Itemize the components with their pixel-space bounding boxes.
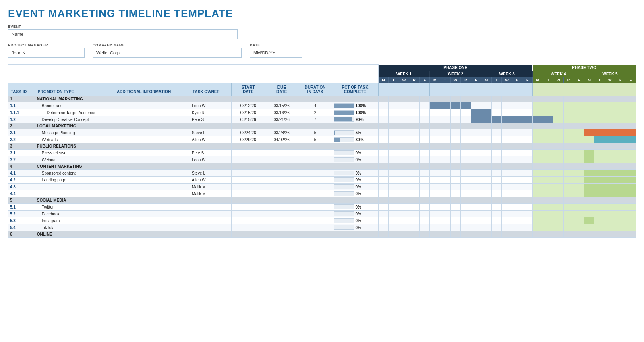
cell-day-5[interactable] [419,96,430,102]
cell-day-19[interactable] [563,211,574,217]
cell-day-17[interactable] [543,211,553,217]
cell-task-id[interactable]: 3.2 [8,156,35,163]
cell-pct-complete[interactable]: 0% [332,184,378,190]
cell-day-11[interactable] [481,136,492,143]
cell-day-1[interactable] [378,177,389,184]
cell-task-id[interactable]: 1.1 [8,102,35,109]
cell-day-13[interactable] [502,143,512,150]
cell-day-10[interactable] [471,129,481,136]
cell-day-15[interactable] [522,102,533,109]
cell-pct-complete[interactable]: 0% [332,211,378,217]
cell-day-2[interactable] [389,136,399,143]
cell-day-19[interactable] [563,170,574,177]
cell-promotion-type[interactable]: ONLINE [35,231,114,238]
cell-pct-complete[interactable] [332,96,378,102]
cell-day-8[interactable] [450,231,461,238]
cell-day-18[interactable] [553,190,564,197]
cell-task-owner[interactable]: Leon W [190,102,232,109]
cell-task-owner[interactable] [190,163,232,170]
cell-day-9[interactable] [461,217,471,224]
cell-day-6[interactable] [430,96,440,102]
cell-day-21[interactable] [584,96,594,102]
cell-day-7[interactable] [440,204,450,211]
cell-day-14[interactable] [512,109,522,116]
cell-day-25[interactable] [625,163,636,170]
cell-pct-complete[interactable] [332,123,378,129]
cell-day-8[interactable] [450,217,461,224]
cell-due-date[interactable] [265,123,298,129]
cell-day-8[interactable] [450,204,461,211]
cell-day-5[interactable] [419,143,430,150]
cell-pct-complete[interactable]: 0% [332,156,378,163]
cell-pct-complete[interactable]: 0% [332,204,378,211]
cell-day-7[interactable] [440,224,450,231]
cell-day-2[interactable] [389,170,399,177]
cell-day-18[interactable] [553,102,564,109]
cell-day-9[interactable] [461,197,471,204]
cell-day-4[interactable] [409,170,420,177]
cell-day-11[interactable] [481,204,492,211]
cell-day-4[interactable] [409,184,420,190]
cell-day-6[interactable] [430,163,440,170]
cell-day-10[interactable] [471,143,481,150]
cell-add-info[interactable] [114,156,190,163]
cell-day-2[interactable] [389,177,399,184]
cell-due-date[interactable] [265,177,298,184]
cell-day-11[interactable] [481,170,492,177]
cell-day-1[interactable] [378,163,389,170]
cell-day-7[interactable] [440,102,450,109]
cell-day-4[interactable] [409,190,420,197]
cell-day-21[interactable] [584,129,594,136]
cell-day-20[interactable] [574,102,584,109]
cell-day-18[interactable] [553,136,564,143]
cell-day-9[interactable] [461,102,471,109]
cell-day-12[interactable] [491,177,502,184]
cell-day-2[interactable] [389,150,399,156]
cell-day-12[interactable] [491,184,502,190]
cell-task-owner[interactable] [190,197,232,204]
cell-day-3[interactable] [399,217,409,224]
cell-day-3[interactable] [399,123,409,129]
cell-day-20[interactable] [574,129,584,136]
cell-day-17[interactable] [543,116,553,123]
cell-day-17[interactable] [543,177,553,184]
cell-day-6[interactable] [430,123,440,129]
cell-day-7[interactable] [440,163,450,170]
cell-task-id[interactable]: 5.4 [8,224,35,231]
cell-day-10[interactable] [471,123,481,129]
cell-start-date[interactable]: 03/15/26 [232,116,265,123]
cell-day-2[interactable] [389,156,399,163]
cell-day-15[interactable] [522,170,533,177]
cell-due-date[interactable] [265,204,298,211]
cell-add-info[interactable] [114,177,190,184]
cell-day-16[interactable] [533,129,543,136]
cell-day-8[interactable] [450,129,461,136]
cell-day-4[interactable] [409,156,420,163]
cell-start-date[interactable]: 03/24/26 [232,129,265,136]
cell-day-23[interactable] [605,231,615,238]
cell-task-owner[interactable]: Allen W [190,177,232,184]
cell-day-9[interactable] [461,109,471,116]
cell-start-date[interactable]: 03/29/26 [232,136,265,143]
cell-day-21[interactable] [584,143,594,150]
cell-day-13[interactable] [502,109,512,116]
cell-day-15[interactable] [522,150,533,156]
cell-due-date[interactable]: 04/02/26 [265,136,298,143]
cell-day-16[interactable] [533,116,543,123]
cell-day-11[interactable] [481,143,492,150]
cell-day-13[interactable] [502,211,512,217]
cell-day-20[interactable] [574,116,584,123]
cell-day-23[interactable] [605,123,615,129]
cell-duration[interactable] [298,211,332,217]
cell-day-8[interactable] [450,102,461,109]
cell-day-9[interactable] [461,204,471,211]
cell-pct-complete[interactable]: 100% [332,109,378,116]
cell-day-16[interactable] [533,96,543,102]
cell-day-5[interactable] [419,156,430,163]
cell-add-info[interactable] [114,184,190,190]
cell-day-1[interactable] [378,197,389,204]
cell-day-6[interactable] [430,102,440,109]
cell-day-24[interactable] [615,211,625,217]
cell-day-4[interactable] [409,96,420,102]
cell-day-20[interactable] [574,231,584,238]
